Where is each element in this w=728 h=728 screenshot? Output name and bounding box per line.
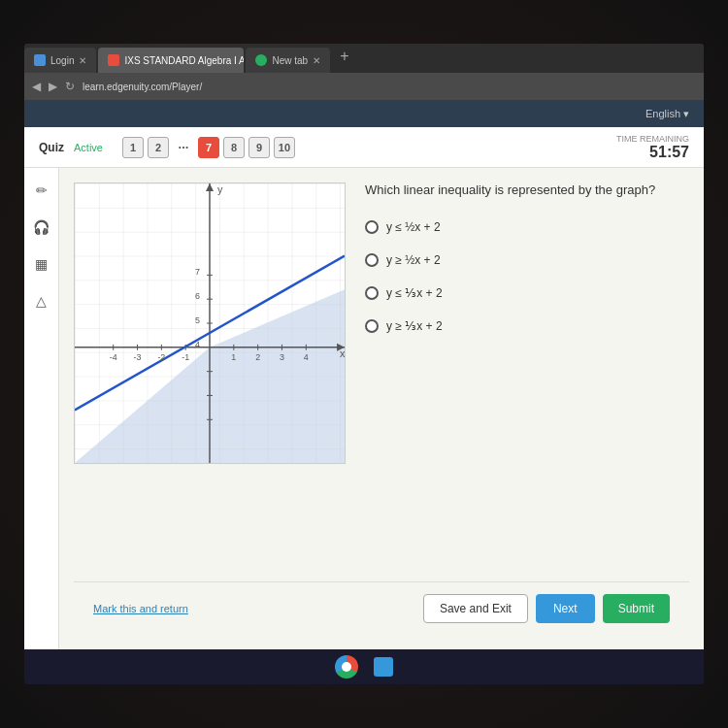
answer-option-a[interactable]: y ≤ ½x + 2 — [365, 216, 689, 238]
headphones-button[interactable]: 🎧 — [29, 215, 54, 240]
time-value: 51:57 — [616, 144, 689, 161]
language-label: English — [645, 108, 680, 119]
radio-b[interactable] — [365, 253, 379, 267]
screen-bezel: Login ✕ IXS STANDARD Algebra I A - Edg..… — [0, 0, 728, 728]
answer-option-c[interactable]: y ≤ ⅓x + 2 — [365, 282, 689, 304]
chrome-taskbar-icon[interactable] — [335, 655, 358, 678]
tab-login-label: Login — [50, 55, 74, 66]
svg-text:2: 2 — [255, 352, 260, 362]
question-numbers: 1 2 ··· 7 8 9 10 — [122, 137, 295, 158]
quiz-nav: Quiz Active 1 2 ··· 7 8 9 10 TIME REMAIN… — [24, 127, 704, 168]
answer-label-d: y ≥ ⅓x + 2 — [386, 319, 443, 333]
answer-option-d[interactable]: y ≥ ⅓x + 2 — [365, 315, 689, 337]
side-toolbar: ✏ 🎧 ▦ △ — [24, 168, 59, 649]
language-selector[interactable]: English ▾ — [645, 108, 689, 120]
question-num-7[interactable]: 7 — [198, 137, 219, 158]
app-header: English ▾ — [24, 100, 704, 127]
question-num-1[interactable]: 1 — [122, 137, 144, 158]
svg-text:-2: -2 — [157, 352, 165, 362]
answer-option-b[interactable]: y ≥ ½x + 2 — [365, 249, 689, 271]
chrome-inner — [342, 662, 351, 672]
edge-icon — [108, 54, 119, 66]
question-area: x y 7 6 5 4 — [74, 182, 689, 581]
pencil-button[interactable]: ✏ — [29, 178, 54, 203]
svg-text:3: 3 — [280, 352, 284, 362]
main-area: ✏ 🎧 ▦ △ — [24, 168, 704, 649]
time-label: TIME REMAINING — [616, 134, 689, 144]
svg-text:1: 1 — [231, 352, 236, 362]
tab-login[interactable]: Login ✕ — [24, 48, 96, 73]
calculator-button[interactable]: ▦ — [29, 251, 54, 277]
svg-text:-4: -4 — [110, 352, 117, 362]
quiz-status: Active — [74, 142, 103, 153]
question-num-9[interactable]: 9 — [248, 137, 270, 158]
app-content: English ▾ Quiz Active 1 2 ··· 7 8 9 10 — [24, 100, 704, 649]
question-panel: Which linear inequality is represented b… — [365, 182, 689, 581]
question-num-2[interactable]: 2 — [148, 137, 169, 158]
graph-container: x y 7 6 5 4 — [74, 182, 346, 464]
svg-text:5: 5 — [195, 315, 200, 325]
tab-newtab-close[interactable]: ✕ — [313, 55, 320, 66]
chevron-down-icon: ▾ — [683, 108, 689, 120]
mark-return-link[interactable]: Mark this and return — [93, 603, 188, 614]
question-text: Which linear inequality is represented b… — [365, 182, 689, 197]
radio-d[interactable] — [365, 319, 379, 333]
next-button[interactable]: Next — [536, 594, 595, 623]
svg-text:7: 7 — [195, 267, 200, 277]
svg-text:-3: -3 — [134, 352, 142, 362]
question-num-8[interactable]: 8 — [223, 137, 245, 158]
newtab-icon — [255, 54, 267, 66]
tab-newtab-label: New tab — [272, 55, 308, 66]
question-num-dots: ··· — [173, 137, 194, 158]
save-exit-button[interactable]: Save and Exit — [423, 594, 528, 623]
new-tab-button[interactable]: + — [332, 48, 356, 73]
svg-text:x: x — [340, 347, 345, 359]
submit-button[interactable]: Submit — [603, 594, 670, 623]
answer-label-b: y ≥ ½x + 2 — [386, 253, 441, 267]
question-num-10[interactable]: 10 — [274, 137, 295, 158]
bottom-bar: Mark this and return Save and Exit Next … — [74, 581, 689, 635]
action-buttons: Save and Exit Next Submit — [423, 594, 670, 623]
nav-back[interactable]: ◀ — [32, 80, 41, 93]
answer-label-a: y ≤ ½x + 2 — [386, 220, 441, 234]
tabs-bar: Login ✕ IXS STANDARD Algebra I A - Edg..… — [24, 44, 704, 73]
tab-login-close[interactable]: ✕ — [79, 55, 86, 66]
flag-button[interactable]: △ — [29, 288, 54, 314]
browser-chrome: Login ✕ IXS STANDARD Algebra I A - Edg..… — [24, 44, 704, 100]
nav-refresh[interactable]: ↻ — [65, 80, 75, 93]
svg-text:y: y — [217, 183, 223, 195]
svg-text:4: 4 — [304, 352, 309, 362]
svg-text:-1: -1 — [182, 352, 189, 362]
files-taskbar-icon[interactable] — [374, 657, 393, 677]
tab-newtab[interactable]: New tab ✕ — [246, 48, 330, 73]
time-remaining: TIME REMAINING 51:57 — [616, 134, 689, 161]
taskbar — [24, 649, 704, 684]
content-area: x y 7 6 5 4 — [59, 168, 704, 649]
nav-forward[interactable]: ▶ — [49, 80, 57, 93]
answer-label-c: y ≤ ⅓x + 2 — [386, 286, 443, 300]
svg-text:6: 6 — [195, 291, 200, 301]
quiz-title: Quiz — [39, 141, 64, 154]
tab-edgenuity-label: IXS STANDARD Algebra I A - Edg... — [124, 55, 244, 66]
address-input[interactable]: learn.edgenuity.com/Player/ — [83, 82, 696, 92]
lock-icon — [34, 54, 46, 66]
address-bar: ◀ ▶ ↻ learn.edgenuity.com/Player/ — [24, 73, 704, 100]
radio-c[interactable] — [365, 286, 379, 300]
radio-a[interactable] — [365, 220, 379, 234]
tab-edgenuity[interactable]: IXS STANDARD Algebra I A - Edg... ✕ — [98, 48, 244, 73]
